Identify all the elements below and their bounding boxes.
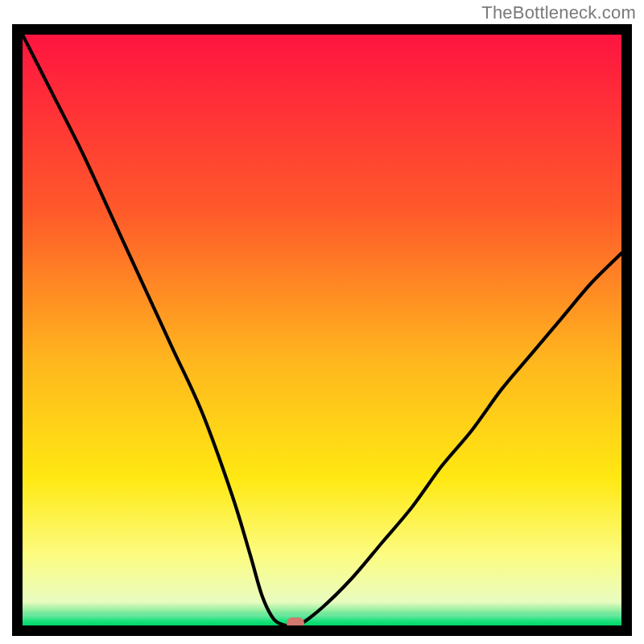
- plot-area: [23, 35, 621, 625]
- chart-frame: [12, 24, 632, 636]
- watermark-label: TheBottleneck.com: [481, 2, 636, 23]
- bottleneck-curve: [23, 35, 621, 625]
- optimal-point-marker: [287, 617, 304, 625]
